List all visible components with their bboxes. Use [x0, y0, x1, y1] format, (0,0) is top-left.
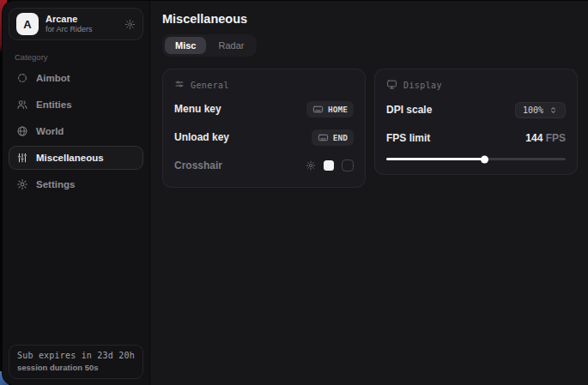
slider-track — [386, 158, 566, 160]
fps-limit-label: FPS limit — [386, 132, 430, 144]
dpi-scale-label: DPI scale — [386, 104, 432, 116]
crosshair-label: Crosshair — [174, 159, 222, 171]
fps-limit-value: 144 FPS — [525, 132, 566, 144]
sidebar-item-label: Aimbot — [36, 73, 70, 83]
sub-expiry-text: Sub expires in 23d 20h — [17, 351, 135, 360]
chevrons-up-down-icon — [549, 105, 558, 115]
brand-subtitle: for Arc Riders — [45, 25, 93, 34]
fps-limit-row: FPS limit 144 FPS — [386, 128, 566, 148]
app-window: A Arcane for Arc Riders Category Aimbot — [3, 1, 588, 385]
crosshair-row: Crosshair — [174, 155, 354, 176]
crosshair-icon — [16, 72, 28, 84]
unload-key-bind-button[interactable]: END — [312, 129, 354, 146]
unload-key-label: Unload key — [174, 131, 229, 143]
sidebar-item-aimbot[interactable]: Aimbot — [9, 66, 143, 90]
sidebar-item-label: Settings — [36, 179, 75, 189]
sidebar-item-world[interactable]: World — [9, 119, 143, 143]
session-duration-text: session duration 50s — [17, 363, 135, 372]
sidebar-nav: Aimbot Entities World Miscellaneous — [9, 66, 143, 196]
gear-icon[interactable] — [124, 19, 136, 30]
unload-key-value: END — [333, 133, 348, 142]
subscription-card: Sub expires in 23d 20h session duration … — [9, 345, 143, 379]
sidebar-item-miscellaneous[interactable]: Miscellaneous — [9, 146, 143, 170]
crosshair-controls — [306, 159, 354, 171]
dpi-scale-select[interactable]: 100% — [515, 102, 566, 118]
sidebar-item-label: Miscellaneous — [36, 153, 104, 163]
users-icon — [16, 99, 28, 111]
adjustments-icon — [174, 79, 185, 91]
general-card-header: General — [174, 79, 354, 91]
menu-key-value: HOME — [328, 105, 348, 114]
gear-icon — [16, 178, 28, 190]
main-panel: Miscellaneous Misc Radar General Menu ke… — [150, 1, 588, 385]
brand-card: A Arcane for Arc Riders — [9, 8, 143, 40]
fps-unit: FPS — [546, 132, 566, 144]
unload-key-row: Unload key END — [174, 127, 354, 147]
brand-text: Arcane for Arc Riders — [45, 14, 93, 35]
crosshair-checkbox[interactable] — [342, 159, 354, 171]
gear-icon[interactable] — [306, 160, 316, 171]
menu-key-row: Menu key HOME — [174, 99, 354, 119]
display-card-title: Display — [403, 81, 442, 90]
sidebar-item-settings[interactable]: Settings — [9, 172, 143, 196]
display-card-header: Display — [386, 79, 566, 92]
page-title: Miscellaneous — [162, 12, 588, 26]
sliders-icon — [16, 152, 28, 164]
fps-limit-slider[interactable] — [386, 155, 566, 163]
menu-key-label: Menu key — [174, 103, 221, 115]
tab-misc[interactable]: Misc — [165, 37, 206, 54]
category-label: Category — [15, 52, 137, 62]
globe-icon — [16, 125, 28, 137]
keyboard-icon — [312, 104, 324, 115]
dpi-scale-row: DPI scale 100% — [386, 99, 566, 120]
crosshair-color-swatch[interactable] — [324, 160, 334, 171]
cards-row: General Menu key HOME Unload key — [162, 69, 588, 188]
tab-bar: Misc Radar — [162, 34, 257, 57]
sidebar-item-entities[interactable]: Entities — [9, 93, 143, 117]
dpi-scale-value: 100% — [523, 105, 543, 115]
display-card: Display DPI scale 100% FPS limit 144 FPS — [374, 69, 578, 175]
keyboard-icon — [318, 132, 329, 143]
slider-thumb[interactable] — [481, 155, 488, 163]
menu-key-bind-button[interactable]: HOME — [306, 101, 354, 117]
monitor-icon — [386, 79, 397, 92]
general-card-title: General — [191, 81, 229, 90]
general-card: General Menu key HOME Unload key — [162, 69, 366, 188]
sidebar-item-label: World — [36, 126, 64, 136]
avatar: A — [16, 13, 39, 35]
brand-title: Arcane — [45, 14, 93, 26]
fps-slider-fill — [386, 158, 485, 160]
tab-radar[interactable]: Radar — [208, 37, 254, 54]
sidebar: A Arcane for Arc Riders Category Aimbot — [3, 1, 150, 385]
sidebar-item-label: Entities — [36, 99, 72, 110]
